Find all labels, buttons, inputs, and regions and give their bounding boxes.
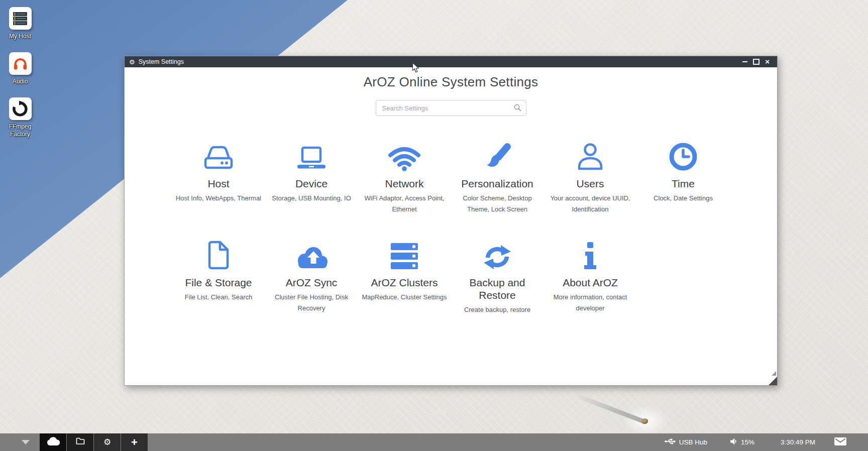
headphones-icon — [9, 52, 32, 75]
tile-subtitle: WiFi Adaptor, Access Point, Ethernet — [358, 193, 451, 215]
plus-icon: + — [131, 437, 138, 447]
tile-title: ArOZ Clusters — [358, 276, 451, 289]
system-tray: USB Hub 15% 3:30:49 PM — [664, 433, 868, 451]
tile-title: File & Storage — [172, 276, 265, 289]
tile-subtitle: MapReduce, Cluster Settings — [358, 292, 451, 303]
usb-icon — [664, 438, 679, 446]
maximize-button[interactable] — [753, 58, 759, 65]
server-stack-icon — [358, 238, 451, 270]
gear-icon: ⚙ — [129, 59, 135, 65]
settings-tile-about-aroz[interactable]: About ArOZ More information, contact dev… — [544, 238, 637, 315]
paintbrush-icon — [451, 139, 544, 171]
tray-clock-label: 3:30:49 PM — [781, 438, 815, 446]
hard-drive-icon — [172, 139, 265, 171]
desktop-icon-column: My Host Audio FFmpeg Factory — [1, 7, 39, 150]
tile-title: Backup and Restore — [451, 276, 544, 301]
desktop-icon-my-host[interactable]: My Host — [1, 7, 39, 40]
desktop-icon-label: Audio — [1, 78, 39, 85]
settings-tile-host[interactable]: Host Host Info, WebApps, Thermal — [172, 139, 265, 215]
desktop-icon-label: FFmpeg Factory — [1, 123, 39, 138]
speaker-icon — [730, 438, 741, 446]
taskbar-button-add[interactable]: + — [121, 433, 148, 451]
info-icon — [544, 238, 637, 270]
tile-subtitle: Cluster File Hosting, Disk Recovery — [265, 292, 358, 314]
wall-pipe-stub — [641, 418, 648, 424]
settings-tile-device[interactable]: Device Storage, USB Mounting, IO — [265, 139, 358, 215]
window-resize-handle[interactable] — [769, 377, 777, 385]
tray-usb[interactable]: USB Hub — [664, 438, 707, 446]
search-icon — [514, 104, 521, 114]
folder-icon — [76, 437, 85, 447]
taskbar: ⚙ + USB Hub — [0, 433, 868, 451]
page-title: ArOZ Online System Settings — [125, 74, 777, 90]
tile-subtitle: Host Info, WebApps, Thermal — [172, 193, 265, 204]
tray-volume[interactable]: 15% — [730, 438, 754, 446]
laptop-icon — [265, 139, 358, 171]
settings-tile-personalization[interactable]: Personalization Color Scheme, Desktop Th… — [451, 139, 544, 215]
desktop-icon-audio[interactable]: Audio — [1, 52, 39, 85]
user-icon — [544, 139, 637, 171]
tile-title: Time — [637, 177, 730, 190]
tray-clock: 3:30:49 PM — [781, 438, 815, 446]
tray-messages[interactable] — [834, 437, 846, 447]
tile-title: ArOZ Sync — [265, 276, 358, 289]
refresh-icon — [451, 238, 544, 270]
desktop-icon-ffmpeg-factory[interactable]: FFmpeg Factory — [1, 97, 39, 138]
settings-tile-aroz-sync[interactable]: ArOZ Sync Cluster File Hosting, Disk Rec… — [265, 238, 358, 315]
search-box — [376, 100, 526, 116]
tile-title: Host — [172, 177, 265, 190]
tile-subtitle: Color Scheme, Desktop Theme, Lock Screen — [451, 193, 544, 215]
tile-subtitle: More information, contact developer — [544, 292, 637, 314]
tray-usb-label: USB Hub — [679, 438, 707, 446]
settings-tile-aroz-clusters[interactable]: ArOZ Clusters MapReduce, Cluster Setting… — [358, 238, 451, 315]
settings-tile-users[interactable]: Users Your account, device UUID, Identif… — [544, 139, 637, 215]
file-icon — [172, 238, 265, 270]
close-button[interactable]: × — [765, 58, 770, 65]
tile-title: Personalization — [451, 177, 544, 190]
taskbar-button-cloud-desktop[interactable] — [40, 433, 66, 451]
tile-subtitle: Create backup, restore — [451, 304, 544, 315]
gear-icon: ⚙ — [103, 438, 111, 446]
settings-tile-file-storage[interactable]: File & Storage File List, Clean, Search — [172, 238, 265, 315]
chevron-down-icon[interactable] — [22, 440, 30, 444]
window-controls: × — [742, 58, 773, 65]
window-body: ArOZ Online System Settings — [125, 67, 777, 385]
taskbar-button-settings[interactable]: ⚙ — [94, 433, 121, 451]
tile-subtitle: Storage, USB Mounting, IO — [265, 193, 358, 204]
desktop-icon-label: My Host — [1, 33, 39, 40]
tile-subtitle: Clock, Date Settings — [637, 193, 730, 204]
close-icon: × — [765, 58, 770, 65]
tray-volume-percent: 15% — [741, 438, 754, 446]
settings-grid: Host Host Info, WebApps, Thermal Device … — [172, 139, 730, 339]
tile-subtitle: Your account, device UUID, Identificatio… — [544, 193, 637, 215]
settings-tile-time[interactable]: Time Clock, Date Settings — [637, 139, 730, 215]
search-input[interactable] — [376, 100, 526, 116]
tile-title: Network — [358, 177, 451, 190]
clock-icon — [637, 139, 730, 171]
server-icon — [9, 7, 32, 30]
cloud-icon — [47, 437, 60, 448]
cloud-upload-icon — [265, 238, 358, 270]
settings-tile-network[interactable]: Network WiFi Adaptor, Access Point, Ethe… — [358, 139, 451, 215]
tile-title: Users — [544, 177, 637, 190]
minimize-button[interactable] — [742, 58, 747, 65]
envelope-icon — [834, 437, 846, 447]
window-title: System Settings — [139, 58, 184, 65]
settings-tile-backup-restore[interactable]: Backup and Restore Create backup, restor… — [451, 238, 544, 315]
circular-arrows-icon — [9, 97, 32, 120]
tile-title: Device — [265, 177, 358, 190]
tile-subtitle: File List, Clean, Search — [172, 292, 265, 303]
window-titlebar[interactable]: ⚙ System Settings × — [125, 56, 777, 67]
wifi-icon — [358, 139, 451, 171]
tile-title: About ArOZ — [544, 276, 637, 289]
taskbar-button-file-manager[interactable] — [67, 433, 93, 451]
system-settings-window: ⚙ System Settings × ArOZ Online System S… — [124, 56, 778, 386]
